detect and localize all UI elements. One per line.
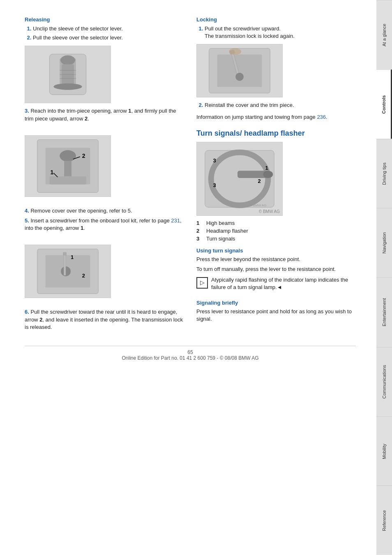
left-column: Releasing Unclip the sleeve of the selec…	[25, 16, 184, 333]
list-item: Pull out the screwdriver upward. The tra…	[205, 25, 356, 40]
step6: 6. Pull the screwdriver toward the rear …	[25, 308, 184, 331]
list-item: Pull the sleeve over the selector lever.	[33, 34, 184, 42]
page-number: 65	[187, 349, 193, 355]
numbered-item-2: 2 Headlamp flasher	[196, 228, 356, 234]
svg-point-5	[53, 83, 82, 90]
numbered-item-3: 3 Turn signals	[196, 236, 356, 242]
trim-piece-image: 2 1	[25, 135, 111, 197]
svg-text:3: 3	[213, 157, 216, 164]
list-item: Reinstall the cover and the trim piece.	[205, 102, 356, 109]
sidebar-tab-mobility[interactable]: Mobility	[376, 416, 392, 486]
note-text: Atypically rapid flashing of the indicat…	[211, 276, 356, 291]
list-item: Unclip the sleeve of the selector lever.	[33, 25, 184, 32]
using-text-2: To turn off manually, press the lever to…	[196, 266, 356, 273]
svg-rect-14	[49, 176, 86, 185]
note-box: ▷ Atypically rapid flashing of the indic…	[196, 276, 356, 294]
svg-text:2: 2	[82, 153, 85, 159]
using-text-1: Press the lever beyond the resistance po…	[196, 256, 356, 263]
page-footer: 65 Online Edition for Part no. 01 41 2 6…	[25, 346, 356, 361]
copyright-text: Online Edition for Part no. 01 41 2 600 …	[122, 355, 258, 361]
svg-rect-29	[217, 55, 262, 87]
svg-point-33	[229, 49, 241, 55]
svg-rect-24	[63, 252, 67, 256]
svg-text:2: 2	[258, 178, 261, 184]
sidebar-tab-controls[interactable]: Controls	[376, 69, 392, 139]
svg-text:1: 1	[265, 165, 268, 171]
gear-shift-image-1	[25, 46, 111, 103]
sidebar: At a glance Controls Driving tips Naviga…	[376, 0, 392, 555]
info-text: Information on jump starting and towing …	[196, 113, 356, 121]
sidebar-tab-navigation[interactable]: Navigation	[376, 208, 392, 278]
signaling-text: Press lever to resistance point and hold…	[196, 308, 356, 323]
svg-text:1: 1	[50, 169, 53, 176]
svg-text:© BMW AG: © BMW AG	[250, 204, 267, 207]
svg-text:3: 3	[213, 182, 216, 188]
locking-heading: Locking	[196, 16, 356, 23]
signaling-briefly-heading: Signaling briefly	[196, 300, 356, 306]
svg-point-3	[60, 56, 75, 65]
numbered-item-1: 1 High beams	[196, 220, 356, 226]
svg-text:2: 2	[82, 273, 85, 279]
step4: 4. Remove cover over the opening, refer …	[25, 207, 184, 215]
turn-signal-stalk-image: 3 3 1 2 © BMW AG © BMW AG	[196, 142, 283, 216]
using-turn-signals-heading: Using turn signals	[196, 247, 356, 254]
svg-point-38	[263, 171, 273, 178]
sidebar-tab-communications[interactable]: Communications	[376, 347, 392, 416]
sidebar-tab-driving-tips[interactable]: Driving tips	[376, 139, 392, 208]
svg-rect-23	[64, 253, 66, 275]
sidebar-tab-reference[interactable]: Reference	[376, 486, 392, 555]
releasing-heading: Releasing	[25, 16, 184, 23]
right-column: Locking Pull out the screwdriver upward.…	[196, 16, 356, 333]
svg-point-32	[235, 73, 244, 81]
screwdriver-image: 1 2	[25, 245, 111, 298]
turn-signals-heading: Turn signals/ headlamp flasher	[196, 129, 356, 138]
svg-point-12	[60, 150, 76, 162]
svg-text:1: 1	[71, 254, 74, 261]
note-icon: ▷	[196, 277, 208, 289]
sidebar-tab-entertainment[interactable]: Entertainment	[376, 278, 392, 347]
sidebar-tab-at-a-glance[interactable]: At a glance	[376, 0, 392, 69]
step5: 5. Insert a screwdriver from the onboard…	[25, 217, 184, 232]
screwdriver-up-image	[196, 44, 283, 97]
step3: 3. Reach into the trim-piece opening, ar…	[25, 107, 184, 122]
